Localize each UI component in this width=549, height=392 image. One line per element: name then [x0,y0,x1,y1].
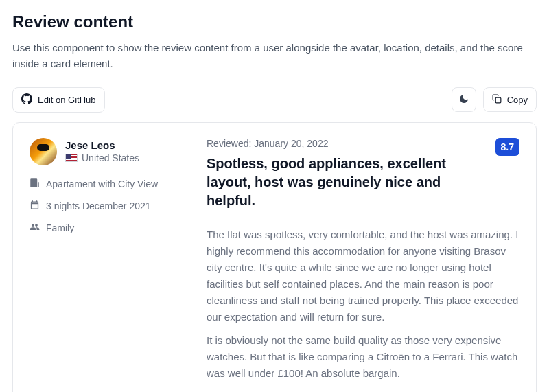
user-location: United States [65,152,139,163]
svg-rect-0 [495,97,501,103]
edit-github-label: Edit on GitHub [38,95,96,105]
building-icon [30,178,40,190]
avatar [30,138,57,165]
review-card: Jese Leos United States Apartament with … [12,122,537,393]
review-paragraph: It is obviously not the same build quali… [207,332,519,382]
review-body: The flat was spotless, very comfortable,… [207,227,519,389]
user-name: Jese Leos [65,139,139,151]
review-paragraph: The flat was spotless, very comfortable,… [207,227,519,325]
toolbar: Edit on GitHub Copy [12,87,537,113]
moon-icon [458,93,469,106]
copy-button[interactable]: Copy [483,87,537,112]
user-country: United States [82,152,139,163]
reviewed-date: Reviewed: January 20, 2022 [207,138,486,149]
review-main: Reviewed: January 20, 2022 Spotless, goo… [207,138,519,393]
detail-list: Apartament with City View 3 nights Decem… [30,178,187,234]
us-flag-icon [65,154,78,162]
people-icon [30,222,40,234]
user-row: Jese Leos United States [30,138,187,165]
review-title: Spotless, good appliances, excellent lay… [207,154,486,210]
github-icon [21,93,32,106]
detail-stay: 3 nights December 2021 [30,200,187,212]
calendar-icon [30,200,40,212]
review-sidebar: Jese Leos United States Apartament with … [30,138,187,393]
section-title: Review content [12,12,537,32]
review-header: Reviewed: January 20, 2022 Spotless, goo… [207,138,519,210]
section-description: Use this component to show the review co… [12,40,534,72]
copy-label: Copy [507,95,528,105]
dark-mode-toggle[interactable] [452,87,476,112]
detail-group: Family [30,222,187,234]
copy-icon [492,94,502,106]
detail-room: Apartament with City View [30,178,187,190]
score-badge: 8.7 [495,138,519,156]
edit-github-button[interactable]: Edit on GitHub [12,87,105,113]
